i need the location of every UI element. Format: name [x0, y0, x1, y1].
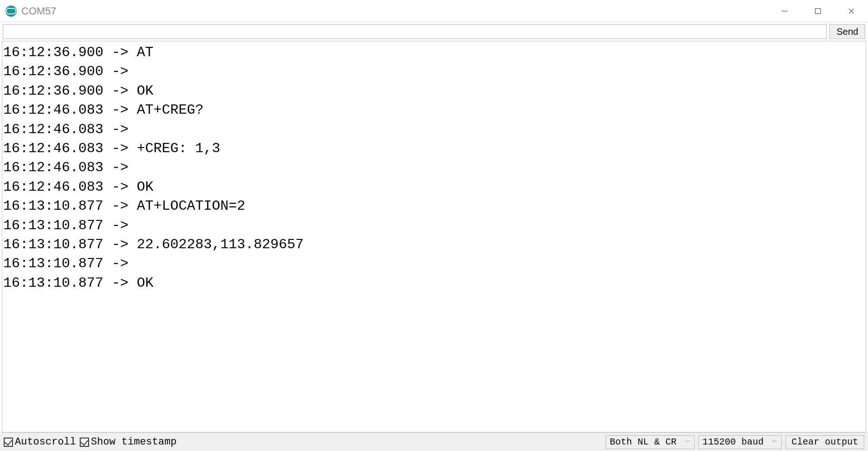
send-toolbar: Send: [0, 22, 868, 41]
svg-rect-1: [816, 8, 821, 13]
window-controls: [768, 0, 868, 22]
titlebar: COM57: [0, 0, 868, 22]
log-line: 16:12:46.083 -> OK: [3, 178, 865, 197]
checkbox-icon: [4, 438, 13, 447]
log-line: 16:12:36.900 -> AT: [3, 43, 865, 62]
timestamp-label: Show timestamp: [91, 436, 177, 448]
arduino-icon: [6, 6, 17, 17]
baud-value: 115200 baud: [702, 437, 764, 447]
log-line: 16:12:46.083 ->: [3, 158, 865, 177]
autoscroll-checkbox[interactable]: Autoscroll: [4, 436, 76, 448]
log-line: 16:13:10.877 -> OK: [3, 274, 865, 293]
maximize-button[interactable]: [801, 0, 835, 22]
log-line: 16:12:46.083 ->: [3, 120, 865, 139]
statusbar: Autoscroll Show timestamp Both NL & CR ﹀…: [0, 432, 868, 451]
log-line: 16:12:36.900 ->: [3, 62, 865, 81]
command-input[interactable]: [3, 24, 827, 39]
chevron-down-icon: ﹀: [772, 438, 778, 446]
log-line: 16:12:36.900 -> OK: [3, 82, 865, 101]
chevron-down-icon: ﹀: [685, 438, 690, 446]
line-ending-value: Both NL & CR: [610, 437, 677, 447]
show-timestamp-checkbox[interactable]: Show timestamp: [80, 436, 177, 448]
autoscroll-label: Autoscroll: [15, 436, 76, 448]
line-ending-select[interactable]: Both NL & CR ﹀: [606, 435, 695, 449]
close-button[interactable]: [835, 0, 868, 22]
minimize-button[interactable]: [768, 0, 801, 22]
log-line: 16:12:46.083 -> AT+CREG?: [3, 101, 865, 120]
send-button[interactable]: Send: [830, 24, 865, 39]
checkbox-icon: [80, 438, 89, 447]
clear-output-button[interactable]: Clear output: [785, 435, 864, 449]
log-line: 16:13:10.877 ->: [3, 254, 865, 273]
window-title: COM57: [21, 5, 57, 17]
log-line: 16:13:10.877 -> 22.602283,113.829657: [3, 235, 865, 254]
log-line: 16:13:10.877 ->: [3, 216, 865, 235]
baud-rate-select[interactable]: 115200 baud ﹀: [698, 435, 782, 449]
serial-output[interactable]: 16:12:36.900 -> AT16:12:36.900 -> 16:12:…: [2, 41, 866, 432]
log-line: 16:13:10.877 -> AT+LOCATION=2: [3, 197, 865, 216]
log-line: 16:12:46.083 -> +CREG: 1,3: [3, 139, 865, 158]
